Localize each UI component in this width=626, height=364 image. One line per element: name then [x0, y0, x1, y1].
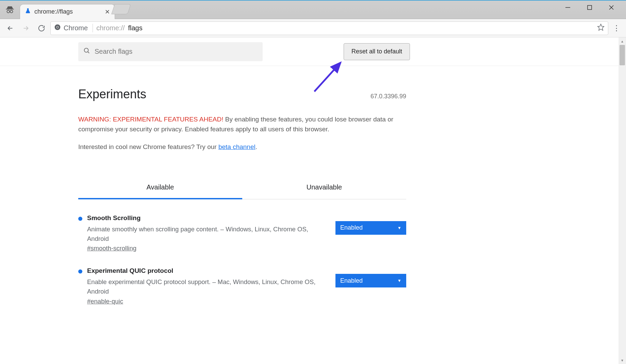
flag-entry: Experimental QUIC protocol Enable experi…	[78, 267, 406, 305]
flag-select-value: Enabled	[340, 224, 363, 231]
address-bar[interactable]: Chrome chrome://flags	[50, 21, 608, 35]
minimize-button[interactable]	[563, 4, 573, 12]
forward-button[interactable]	[19, 21, 33, 35]
search-icon	[83, 47, 90, 56]
flag-select[interactable]: Enabled ▼	[335, 274, 406, 287]
flag-select-value: Enabled	[340, 277, 363, 284]
flag-entry: Smooth Scrolling Animate smoothly when s…	[78, 214, 406, 252]
modified-dot-icon	[78, 269, 82, 274]
reload-button[interactable]	[35, 21, 48, 35]
flags-tabs: Available Unavailable	[78, 177, 406, 199]
browser-tab[interactable]: chrome://flags ✕	[20, 4, 115, 19]
svg-line-11	[88, 52, 89, 53]
flag-select[interactable]: Enabled ▼	[335, 221, 406, 235]
window-close-button[interactable]	[606, 4, 616, 12]
browser-toolbar: Chrome chrome://flags ⋮	[0, 19, 626, 37]
scrollbar-thumb[interactable]	[620, 45, 625, 65]
beta-channel-line: Interested in cool new Chrome features? …	[78, 143, 406, 151]
flag-title: Experimental QUIC protocol	[87, 267, 331, 275]
site-identity[interactable]: Chrome	[54, 24, 93, 32]
flags-header: Reset all to default	[0, 37, 626, 66]
bookmark-star-icon[interactable]	[597, 23, 605, 33]
beta-channel-link[interactable]: beta channel	[218, 143, 256, 150]
flag-description: Enable experimental QUIC protocol suppor…	[87, 277, 331, 296]
search-flags-input[interactable]	[95, 48, 258, 55]
svg-point-10	[84, 48, 88, 52]
tab-unavailable[interactable]: Unavailable	[242, 177, 406, 199]
chevron-down-icon: ▼	[397, 226, 401, 230]
page-title: Experiments	[78, 87, 146, 101]
new-tab-button[interactable]	[111, 4, 131, 14]
flask-icon	[25, 8, 31, 16]
flags-content: Experiments 67.0.3396.99 WARNING: EXPERI…	[78, 66, 406, 305]
svg-point-1	[10, 10, 13, 13]
tab-title: chrome://flags	[34, 8, 101, 15]
tab-close-button[interactable]: ✕	[105, 8, 110, 16]
beta-suffix: .	[256, 143, 257, 150]
browser-menu-button[interactable]: ⋮	[610, 24, 623, 33]
incognito-icon	[0, 0, 20, 19]
flag-hash-link[interactable]: #smooth-scrolling	[87, 245, 136, 252]
flag-hash-link[interactable]: #enable-quic	[87, 298, 123, 305]
svg-point-0	[7, 10, 10, 13]
titlebar: chrome://flags ✕	[0, 1, 626, 19]
tab-available[interactable]: Available	[78, 177, 242, 199]
chrome-version: 67.0.3396.99	[370, 93, 406, 100]
svg-rect-3	[588, 5, 592, 10]
page-viewport: Reset all to default Experiments 67.0.33…	[0, 37, 626, 364]
url-scheme: chrome://	[96, 24, 125, 32]
svg-point-8	[57, 27, 59, 28]
scroll-down-icon[interactable]: ▼	[619, 357, 626, 364]
reset-all-button[interactable]: Reset all to default	[344, 43, 410, 60]
warning-text: WARNING: EXPERIMENTAL FEATURES AHEAD! By…	[78, 114, 406, 134]
window-controls	[563, 1, 626, 19]
beta-prefix: Interested in cool new Chrome features? …	[78, 143, 218, 150]
url-page: flags	[128, 24, 143, 32]
back-button[interactable]	[3, 21, 17, 35]
scroll-up-icon[interactable]: ▲	[619, 37, 626, 45]
vertical-scrollbar[interactable]: ▲ ▼	[619, 37, 626, 364]
flag-description: Animate smoothly when scrolling page con…	[87, 225, 331, 244]
chevron-down-icon: ▼	[397, 278, 401, 283]
chrome-label: Chrome	[64, 24, 88, 32]
maximize-button[interactable]	[584, 4, 595, 12]
search-flags-field[interactable]	[78, 42, 263, 61]
flag-title: Smooth Scrolling	[87, 214, 331, 222]
reset-all-label: Reset all to default	[351, 48, 402, 55]
svg-marker-9	[598, 24, 604, 30]
warning-strong: WARNING: EXPERIMENTAL FEATURES AHEAD!	[78, 116, 224, 123]
modified-dot-icon	[78, 217, 82, 221]
chrome-icon	[54, 24, 61, 32]
